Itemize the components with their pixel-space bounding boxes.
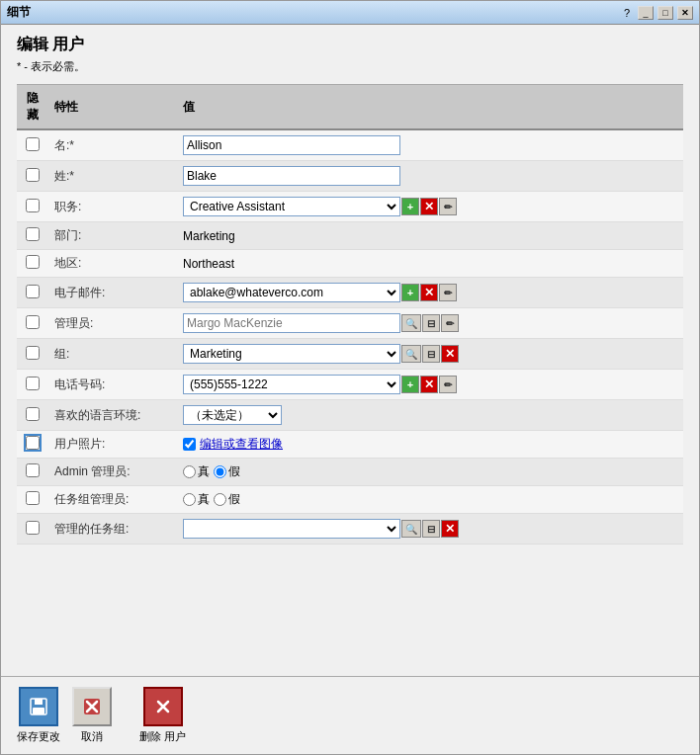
phone-combo-group: (555)555-1222 + ✕ ✏ bbox=[183, 375, 457, 394]
title-bar: 细节 ? _ □ ✕ bbox=[1, 1, 699, 25]
last-name-input[interactable] bbox=[183, 166, 400, 186]
hide-job-title-checkbox[interactable] bbox=[26, 199, 40, 212]
hide-region-checkbox[interactable] bbox=[26, 255, 40, 269]
save-button[interactable]: 保存更改 bbox=[17, 687, 60, 744]
hide-language-checkbox[interactable] bbox=[26, 407, 40, 421]
attr-manager: 管理员: bbox=[48, 308, 177, 339]
row-region: 地区: Northeast bbox=[17, 250, 683, 278]
hide-manager-checkbox[interactable] bbox=[26, 315, 40, 329]
department-value: Marketing bbox=[183, 229, 235, 243]
admin-true-label[interactable]: 真 bbox=[183, 463, 210, 480]
managed-groups-search-btn[interactable]: 🔍 bbox=[401, 520, 421, 538]
admin-radio-group: 真 假 bbox=[183, 463, 677, 480]
hide-department-checkbox[interactable] bbox=[26, 227, 40, 241]
first-name-input[interactable] bbox=[183, 135, 400, 155]
job-title-select[interactable]: Creative Assistant bbox=[183, 197, 400, 216]
row-task-admin: 任务组管理员: 真 假 bbox=[17, 486, 683, 514]
delete-button[interactable]: 删除 用户 bbox=[139, 687, 186, 744]
val-admin: 真 假 bbox=[177, 459, 683, 486]
hide-task-admin-checkbox[interactable] bbox=[26, 491, 40, 505]
attr-department: 部门: bbox=[48, 222, 177, 250]
header-hide: 隐藏 bbox=[17, 85, 48, 129]
phone-add-btn[interactable]: + bbox=[401, 376, 419, 393]
svg-rect-2 bbox=[33, 708, 44, 714]
hide-photo-checkbox[interactable] bbox=[26, 436, 40, 450]
attr-job-title: 职务: bbox=[48, 192, 177, 222]
cancel-button[interactable]: 取消 bbox=[72, 687, 112, 744]
manager-edit-btn[interactable]: ✏ bbox=[441, 314, 459, 332]
group-remove-btn[interactable]: ✕ bbox=[441, 345, 459, 363]
managed-groups-combo-group: 🔍 ⊟ ✕ bbox=[183, 519, 459, 539]
header-val: 值 bbox=[177, 85, 683, 129]
manager-clear-btn[interactable]: ⊟ bbox=[422, 314, 440, 332]
row-job-title: 职务: Creative Assistant + ✕ ✏ bbox=[17, 192, 683, 222]
group-combo-group: Marketing 🔍 ⊟ ✕ bbox=[183, 344, 459, 364]
email-select[interactable]: ablake@whateverco.com bbox=[183, 283, 400, 302]
managed-groups-clear-btn[interactable]: ⊟ bbox=[422, 520, 440, 538]
group-select[interactable]: Marketing bbox=[183, 344, 400, 364]
task-admin-false-radio[interactable] bbox=[214, 493, 226, 506]
manager-input[interactable] bbox=[183, 313, 400, 333]
title-bar-controls: ? _ □ ✕ bbox=[624, 6, 693, 20]
email-edit-btn[interactable]: ✏ bbox=[439, 284, 457, 301]
phone-edit-btn[interactable]: ✏ bbox=[439, 376, 457, 393]
hide-phone bbox=[17, 370, 48, 400]
phone-remove-btn[interactable]: ✕ bbox=[420, 376, 438, 393]
job-title-remove-btn[interactable]: ✕ bbox=[420, 198, 438, 215]
manager-search-btn[interactable]: 🔍 bbox=[401, 314, 421, 332]
managed-groups-select[interactable] bbox=[183, 519, 400, 539]
val-first-name bbox=[177, 129, 683, 161]
minimize-button[interactable]: _ bbox=[638, 6, 654, 20]
hide-last-name-checkbox[interactable] bbox=[26, 168, 40, 182]
val-job-title: Creative Assistant + ✕ ✏ bbox=[177, 192, 683, 222]
attr-task-admin: 任务组管理员: bbox=[48, 486, 177, 514]
delete-label: 删除 用户 bbox=[139, 729, 186, 744]
email-remove-btn[interactable]: ✕ bbox=[420, 284, 438, 301]
val-photo: 编辑或查看图像 bbox=[177, 431, 683, 459]
attr-phone: 电话号码: bbox=[48, 370, 177, 400]
row-managed-groups: 管理的任务组: 🔍 ⊟ ✕ bbox=[17, 514, 683, 545]
manager-combo-group: 🔍 ⊟ ✏ bbox=[183, 313, 459, 333]
managed-groups-remove-btn[interactable]: ✕ bbox=[441, 520, 459, 538]
hide-group-checkbox[interactable] bbox=[26, 346, 40, 360]
job-title-add-btn[interactable]: + bbox=[401, 198, 419, 215]
val-group: Marketing 🔍 ⊟ ✕ bbox=[177, 339, 683, 370]
attr-photo: 用户照片: bbox=[48, 431, 177, 459]
form-table: 隐藏 特性 值 名:* bbox=[17, 85, 683, 545]
close-button[interactable]: ✕ bbox=[677, 6, 693, 20]
job-title-edit-btn[interactable]: ✏ bbox=[439, 198, 457, 215]
main-content: 编辑 用户 * - 表示必需。 隐藏 特性 值 名:* bbox=[1, 25, 699, 676]
hide-phone-checkbox[interactable] bbox=[26, 377, 40, 390]
hide-managed-groups-checkbox[interactable] bbox=[26, 521, 40, 535]
task-admin-false-label[interactable]: 假 bbox=[214, 491, 240, 508]
task-admin-true-radio[interactable] bbox=[183, 493, 196, 506]
task-admin-true-label[interactable]: 真 bbox=[183, 491, 210, 508]
admin-true-radio[interactable] bbox=[183, 465, 196, 478]
phone-select[interactable]: (555)555-1222 bbox=[183, 375, 400, 394]
language-select[interactable]: （未选定） bbox=[183, 405, 282, 425]
photo-checkbox[interactable] bbox=[183, 438, 196, 451]
photo-link[interactable]: 编辑或查看图像 bbox=[200, 436, 283, 453]
group-search-btn[interactable]: 🔍 bbox=[401, 345, 421, 363]
hide-email-checkbox[interactable] bbox=[26, 285, 40, 298]
attr-region: 地区: bbox=[48, 250, 177, 278]
hide-admin bbox=[17, 459, 48, 486]
admin-false-radio[interactable] bbox=[214, 465, 226, 478]
hide-first-name-checkbox[interactable] bbox=[26, 137, 40, 151]
save-icon bbox=[19, 687, 58, 726]
page-title: 编辑 用户 bbox=[17, 35, 683, 55]
group-clear-btn[interactable]: ⊟ bbox=[422, 345, 440, 363]
hide-last-name bbox=[17, 161, 48, 192]
attr-email: 电子邮件: bbox=[48, 278, 177, 308]
row-department: 部门: Marketing bbox=[17, 222, 683, 250]
header-attr: 特性 bbox=[48, 85, 177, 129]
hide-photo bbox=[17, 431, 48, 459]
maximize-button[interactable]: □ bbox=[657, 6, 673, 20]
hide-department bbox=[17, 222, 48, 250]
region-value: Northeast bbox=[183, 257, 234, 271]
hide-admin-checkbox[interactable] bbox=[26, 463, 40, 477]
admin-false-label[interactable]: 假 bbox=[214, 463, 240, 480]
hide-region bbox=[17, 250, 48, 278]
email-add-btn[interactable]: + bbox=[401, 284, 419, 301]
hide-group bbox=[17, 339, 48, 370]
